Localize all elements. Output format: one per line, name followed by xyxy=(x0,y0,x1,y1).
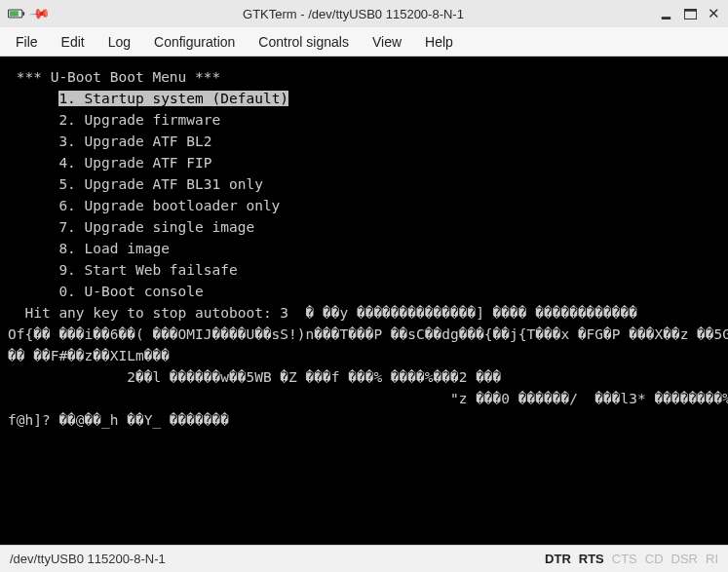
menubar: File Edit Log Configuration Control sign… xyxy=(0,27,728,57)
terminal-line: Of{�� ���i��6��( ���OMIJ����U��sS!)n���T… xyxy=(8,324,720,345)
terminal-line: 5. Upgrade ATF BL31 only xyxy=(8,173,720,195)
titlebar-left-icons: 📌 xyxy=(8,6,48,21)
app-icon xyxy=(8,8,25,19)
svg-rect-1 xyxy=(22,12,24,16)
terminal-line: 0. U-Boot console xyxy=(8,281,720,302)
terminal-output[interactable]: *** U-Boot Boot Menu *** 1. Startup syst… xyxy=(0,57,728,545)
terminal-line: 3. Upgrade ATF BL2 xyxy=(8,131,720,152)
menu-log[interactable]: Log xyxy=(98,30,140,54)
terminal-line: �� ��F#��z��XILm��� xyxy=(8,345,720,366)
terminal-line: 2. Upgrade firmware xyxy=(8,109,720,131)
signal-ri: RI xyxy=(706,552,718,566)
terminal-line: *** U-Boot Boot Menu *** xyxy=(8,66,720,88)
close-button[interactable]: ✕ xyxy=(708,5,720,22)
signal-rts: RTS xyxy=(579,552,604,566)
status-device: /dev/ttyUSB0 115200-8-N-1 xyxy=(10,552,166,566)
statusbar: /dev/ttyUSB0 115200-8-N-1 DTRRTSCTSCDDSR… xyxy=(0,545,728,572)
menu-view[interactable]: View xyxy=(363,30,411,54)
menu-help[interactable]: Help xyxy=(415,30,463,54)
terminal-line: 6. Upgrade bootloader only xyxy=(8,195,720,216)
signal-dsr: DSR xyxy=(671,552,698,566)
boot-menu-item-selected: 1. Startup system (Default) xyxy=(58,91,288,106)
menu-configuration[interactable]: Configuration xyxy=(144,30,245,54)
svg-rect-2 xyxy=(10,11,19,16)
titlebar: 📌 GTKTerm - /dev/ttyUSB0 115200-8-N-1 🗕 … xyxy=(0,0,728,27)
terminal-line: 2��l ������w��5WB �Z ���f ���% ����%���2… xyxy=(8,366,720,388)
signal-cd: CD xyxy=(645,552,664,566)
maximize-button[interactable]: 🗖 xyxy=(683,6,698,22)
window-controls: 🗕 🗖 ✕ xyxy=(659,5,720,22)
terminal-line: 9. Start Web failsafe xyxy=(8,259,720,281)
menu-edit[interactable]: Edit xyxy=(52,30,95,54)
status-signals: DTRRTSCTSCDDSRRI xyxy=(537,552,718,566)
terminal-line: 8. Load image xyxy=(8,238,720,259)
terminal-line: 1. Startup system (Default) xyxy=(8,88,720,109)
signal-cts: CTS xyxy=(612,552,637,566)
window-title: GTKTerm - /dev/ttyUSB0 115200-8-N-1 xyxy=(48,7,659,21)
terminal-line: f@h]? ��@��_h ��Y_ ������� xyxy=(8,409,720,431)
terminal-line: 4. Upgrade ATF FIP xyxy=(8,152,720,173)
terminal-line: 7. Upgrade single image xyxy=(8,216,720,238)
terminal-line: "z ���0 ������/ ���l3* ��������% xyxy=(8,388,720,409)
menu-control-signals[interactable]: Control signals xyxy=(249,30,359,54)
signal-dtr: DTR xyxy=(545,552,571,566)
terminal-line: Hit any key to stop autoboot: 3 � ��y ��… xyxy=(8,302,720,324)
minimize-button[interactable]: 🗕 xyxy=(659,6,673,22)
menu-file[interactable]: File xyxy=(6,30,48,54)
